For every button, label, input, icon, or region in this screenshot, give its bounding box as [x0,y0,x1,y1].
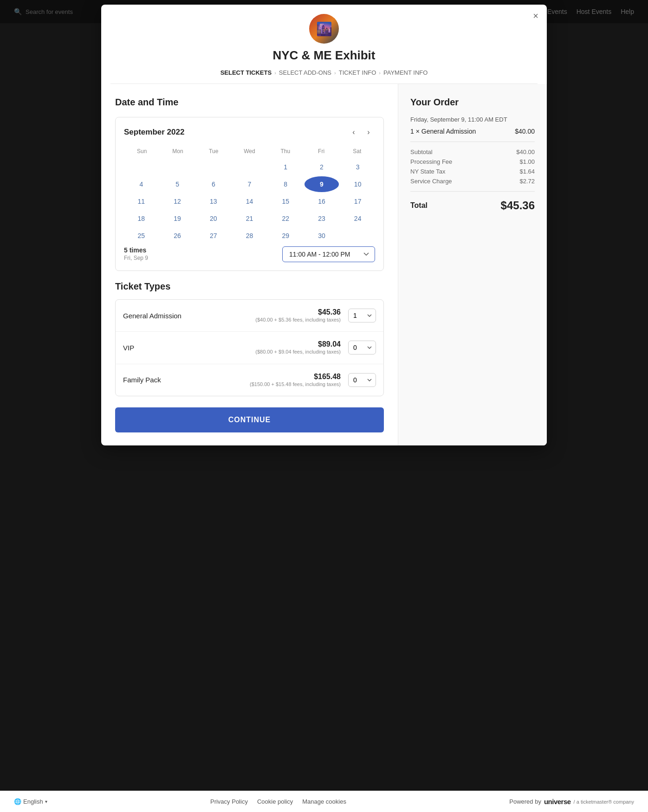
cal-header-fri: Fri [303,146,339,156]
cal-day-10[interactable]: 10 [340,176,375,192]
calendar-header: September 2022 ‹ › [124,126,375,139]
total-value: $45.36 [501,199,535,212]
cal-day-20[interactable]: 20 [196,211,231,226]
cal-day-24[interactable]: 24 [340,211,375,226]
order-divider-1 [410,142,535,142]
privacy-policy-link[interactable]: Privacy Policy [210,798,248,805]
order-service-row: Service Charge $2.72 [410,178,535,185]
cal-days: 1234567891011121314151617181920212223242… [124,159,375,244]
universe-logo: universe [544,798,571,806]
language-label[interactable]: English [23,798,43,805]
modal-title: NYC & ME Exhibit [110,48,538,63]
event-avatar: 🌆 [309,14,339,44]
modal: × 🌆 NYC & ME Exhibit SELECT TICKETS › SE… [101,5,547,445]
modal-body: Date and Time September 2022 ‹ › [101,84,547,445]
subtotal-value: $40.00 [516,148,535,155]
ticket-row: Family Pack$165.48($150.00 + $15.48 fees… [116,364,383,396]
cal-day-17[interactable]: 17 [340,193,375,209]
cal-day-28[interactable]: 28 [232,228,267,244]
breadcrumb-select-tickets[interactable]: SELECT TICKETS [220,69,272,76]
cookie-policy-link[interactable]: Cookie policy [257,798,293,805]
cal-day-22[interactable]: 22 [268,211,303,226]
order-item-row: 1 × General Admission $40.00 [410,128,535,135]
cal-day-21[interactable]: 21 [232,211,267,226]
date-time-title: Date and Time [115,97,384,108]
globe-icon: 🌐 [14,798,21,805]
cal-day-5[interactable]: 5 [160,176,195,192]
ticket-price-info-2: $165.48($150.00 + $15.48 fees, including… [250,373,341,387]
language-chevron-icon: ▾ [45,799,47,804]
cal-header-wed: Wed [232,146,267,156]
breadcrumb-payment-info[interactable]: PAYMENT INFO [383,69,428,76]
cal-day-3[interactable]: 3 [340,159,375,175]
ticket-name-1: VIP [123,344,255,352]
times-info: 5 times Fri, Sep 9 [124,246,148,261]
continue-button[interactable]: CONTINUE [115,407,384,432]
footer: 🌐 English ▾ Privacy Policy Cookie policy… [0,791,648,812]
cal-day-6[interactable]: 6 [196,176,231,192]
breadcrumb: SELECT TICKETS › SELECT ADD-ONS › TICKET… [110,69,538,84]
footer-bar: 🌐 English ▾ Privacy Policy Cookie policy… [0,791,648,812]
cal-day-14[interactable]: 14 [232,193,267,209]
times-date: Fri, Sep 9 [124,255,148,261]
cal-day-12[interactable]: 12 [160,193,195,209]
order-date: Friday, September 9, 11:00 AM EDT [410,116,535,123]
order-item-label: 1 × General Admission [410,128,476,135]
page-wrapper: 🔍 Search for events Find Events Host Eve… [0,0,648,812]
modal-header: 🌆 NYC & ME Exhibit SELECT TICKETS › SELE… [101,5,547,84]
cal-day-16[interactable]: 16 [305,193,339,209]
calendar-prev-button[interactable]: ‹ [347,126,360,139]
breadcrumb-select-addons[interactable]: SELECT ADD-ONS [279,69,331,76]
calendar-container: September 2022 ‹ › Sun Mon Tue We [115,117,384,271]
cal-day-1[interactable]: 1 [268,159,303,175]
cal-day-7[interactable]: 7 [232,176,267,192]
cal-day-4[interactable]: 4 [124,176,159,192]
cal-day-empty [232,159,267,175]
cal-day-13[interactable]: 13 [196,193,231,209]
cal-day-2[interactable]: 2 [305,159,339,175]
cal-day-9[interactable]: 9 [305,176,339,192]
cal-day-8[interactable]: 8 [268,176,303,192]
ticket-qty-select-0[interactable]: 012345678910 [348,309,376,322]
ticket-price-info-0: $45.36($40.00 + $5.36 fees, including ta… [255,308,341,323]
breadcrumb-sep-3: › [379,70,381,76]
calendar-grid: Sun Mon Tue Wed Thu Fri Sat 123456789101… [124,146,375,244]
time-select[interactable]: 11:00 AM - 12:00 PM12:00 PM - 1:00 PM1:0… [282,246,375,262]
order-tax-row: NY State Tax $1.64 [410,168,535,175]
order-item-qty: 1 [410,128,414,135]
order-item-price: $40.00 [515,128,535,135]
cal-day-15[interactable]: 15 [268,193,303,209]
cal-day-11[interactable]: 11 [124,193,159,209]
cal-day-empty [196,159,231,175]
breadcrumb-ticket-info[interactable]: TICKET INFO [339,69,376,76]
order-section-title: Your Order [410,97,535,108]
cal-day-25[interactable]: 25 [124,228,159,244]
cal-day-27[interactable]: 27 [196,228,231,244]
manage-cookies-link[interactable]: Manage cookies [302,798,346,805]
cal-day-30[interactable]: 30 [305,228,339,244]
cal-day-23[interactable]: 23 [305,211,339,226]
ticket-price-sub-1: ($80.00 + $9.04 fees, including taxes) [255,348,341,355]
cal-day-29[interactable]: 29 [268,228,303,244]
calendar-next-button[interactable]: › [362,126,375,139]
ticket-price-info-1: $89.04($80.00 + $9.04 fees, including ta… [255,340,341,355]
processing-fee-value: $1.00 [519,158,535,165]
ticket-price-sub-0: ($40.00 + $5.36 fees, including taxes) [255,316,341,323]
cal-day-18[interactable]: 18 [124,211,159,226]
footer-links: Privacy Policy Cookie policy Manage cook… [210,798,346,805]
modal-overlay: × 🌆 NYC & ME Exhibit SELECT TICKETS › SE… [0,0,648,812]
cal-day-19[interactable]: 19 [160,211,195,226]
powered-by-text: Powered by [509,798,541,805]
order-processing-row: Processing Fee $1.00 [410,158,535,165]
left-panel: Date and Time September 2022 ‹ › [101,84,398,445]
subtotal-label: Subtotal [410,148,433,155]
ticket-qty-select-2[interactable]: 012345678910 [348,373,376,387]
cal-day-empty [124,159,159,175]
breadcrumb-sep-1: › [274,70,276,76]
tax-label: NY State Tax [410,168,445,175]
ticket-price-main-1: $89.04 [255,340,341,348]
cal-day-26[interactable]: 26 [160,228,195,244]
service-charge-label: Service Charge [410,178,452,185]
ticket-qty-select-1[interactable]: 012345678910 [348,341,376,354]
cal-header-sat: Sat [339,146,375,156]
